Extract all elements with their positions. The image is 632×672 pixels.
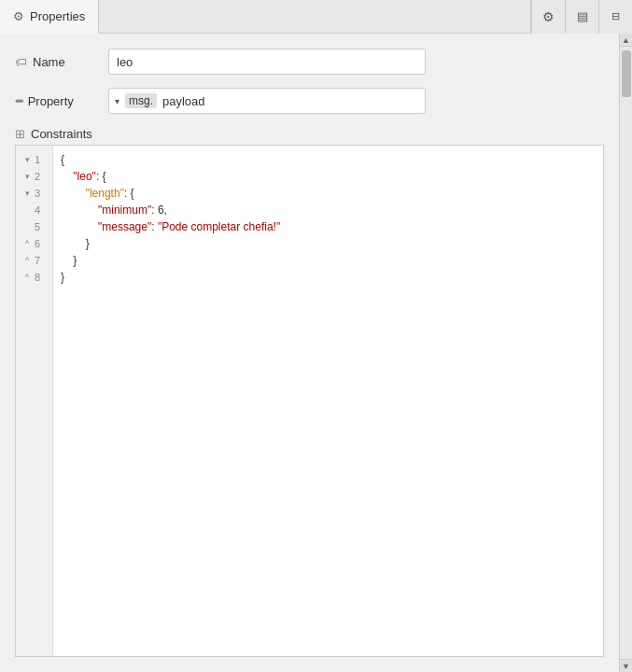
property-value: payload xyxy=(162,94,205,108)
code-line-7: } xyxy=(61,252,596,269)
dropdown-arrow-icon: ▾ xyxy=(115,96,119,106)
property-label-container: ••• Property xyxy=(15,94,99,108)
properties-tab[interactable]: ⚙ Properties xyxy=(0,0,99,34)
code-line-3: "length": { xyxy=(61,185,596,202)
code-content[interactable]: { "leo": { "length": { "minimum": 6, "me… xyxy=(53,146,603,656)
line-5: 5 xyxy=(20,218,49,235)
tab-bar: ⚙ Properties ⚙ ▤ ⊟ xyxy=(0,0,632,34)
scroll-thumb-area xyxy=(620,47,632,672)
fold-btn-8[interactable]: ^ xyxy=(22,269,32,286)
tag-icon: 🏷 xyxy=(15,55,27,69)
resize-action-button[interactable]: ⊟ xyxy=(598,0,632,34)
property-label: Property xyxy=(28,94,74,108)
name-input[interactable] xyxy=(108,49,426,75)
dots-icon: ••• xyxy=(15,94,22,108)
code-line-5: "message": "Pode completar chefia!" xyxy=(61,218,596,235)
right-scrollbar[interactable]: ▲ ▼ xyxy=(619,34,632,672)
resize-icon: ⊟ xyxy=(611,10,620,22)
content-area: 🏷 Name ••• Property ▾ msg. payload xyxy=(0,34,632,672)
settings-icon: ⚙ xyxy=(542,9,555,24)
line-8: ^ 8 xyxy=(20,269,49,286)
fold-btn-7[interactable]: ^ xyxy=(22,252,32,269)
constraints-section: ⊞ Constraints ▾ 1 ▾ 2 xyxy=(15,127,604,657)
tab-label: Properties xyxy=(30,9,85,23)
name-label: Name xyxy=(33,55,65,69)
code-line-4: "minimum": 6, xyxy=(61,202,596,218)
scroll-thumb[interactable] xyxy=(622,50,631,97)
scroll-up-arrow[interactable]: ▲ xyxy=(620,34,633,47)
property-select[interactable]: ▾ msg. payload xyxy=(108,88,426,114)
line-7: ^ 7 xyxy=(20,252,49,269)
fold-btn-2[interactable]: ▾ xyxy=(22,168,32,185)
main-scroll-area: 🏷 Name ••• Property ▾ msg. payload xyxy=(0,34,619,672)
line-3: ▾ 3 xyxy=(20,185,49,202)
panel-wrapper: ⚙ Properties ⚙ ▤ ⊟ 🏷 Name xyxy=(0,0,632,672)
fold-btn-6[interactable]: ^ xyxy=(22,235,32,252)
constraints-label: Constraints xyxy=(31,127,92,141)
fold-btn-1[interactable]: ▾ xyxy=(22,151,32,168)
fold-btn-4 xyxy=(22,202,32,218)
edit-action-button[interactable]: ▤ xyxy=(565,0,598,34)
line-2: ▾ 2 xyxy=(20,168,49,185)
code-editor: ▾ 1 ▾ 2 ▾ 3 4 xyxy=(15,145,604,657)
tab-actions: ⚙ ▤ ⊟ xyxy=(530,0,632,34)
code-line-1: { xyxy=(61,151,596,168)
msg-tag: msg. xyxy=(125,93,157,108)
settings-action-button[interactable]: ⚙ xyxy=(531,0,565,34)
scroll-down-arrow[interactable]: ▼ xyxy=(620,659,633,672)
edit-icon: ▤ xyxy=(577,9,588,23)
code-line-8: } xyxy=(61,269,596,286)
property-row: ••• Property ▾ msg. payload xyxy=(15,88,604,114)
fold-btn-5 xyxy=(22,218,32,235)
line-6: ^ 6 xyxy=(20,235,49,252)
line-4: 4 xyxy=(20,202,49,218)
name-row: 🏷 Name xyxy=(15,49,604,75)
code-gutter: ▾ 1 ▾ 2 ▾ 3 4 xyxy=(16,146,53,656)
code-line-2: "leo": { xyxy=(61,168,596,185)
code-line-6: } xyxy=(61,235,596,252)
name-label-container: 🏷 Name xyxy=(15,55,99,69)
line-1: ▾ 1 xyxy=(20,151,49,168)
fold-btn-3[interactable]: ▾ xyxy=(22,185,32,202)
constraints-label-row: ⊞ Constraints xyxy=(15,127,604,141)
constraints-icon: ⊞ xyxy=(15,127,25,141)
gear-icon: ⚙ xyxy=(13,9,24,23)
